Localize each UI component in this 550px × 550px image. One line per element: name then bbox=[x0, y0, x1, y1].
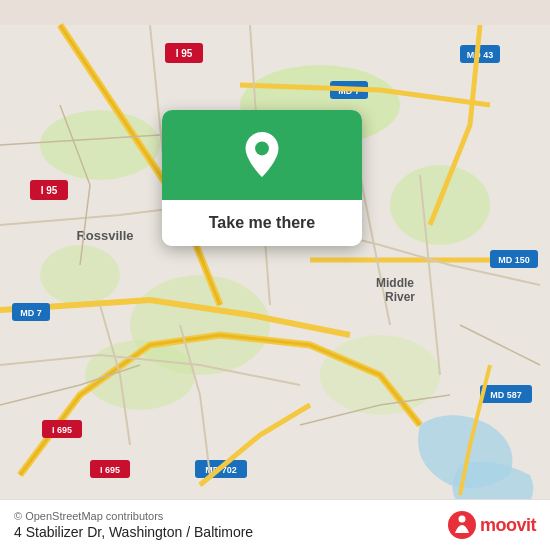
svg-text:I 95: I 95 bbox=[41, 185, 58, 196]
svg-text:I 695: I 695 bbox=[52, 425, 72, 435]
svg-point-31 bbox=[255, 142, 269, 156]
svg-text:MD 587: MD 587 bbox=[490, 390, 522, 400]
svg-point-33 bbox=[458, 516, 465, 523]
moovit-text: moovit bbox=[480, 515, 536, 536]
svg-text:I 95: I 95 bbox=[176, 48, 193, 59]
bottom-info: © OpenStreetMap contributors 4 Stabilize… bbox=[14, 510, 253, 540]
bottom-bar: © OpenStreetMap contributors 4 Stabilize… bbox=[0, 499, 550, 550]
copyright-text: © OpenStreetMap contributors bbox=[14, 510, 253, 522]
moovit-icon bbox=[448, 511, 476, 539]
svg-point-5 bbox=[40, 245, 120, 305]
svg-text:Middle: Middle bbox=[376, 276, 414, 290]
map-container: I 95 I 95 MD 7 MD 7 MD 43 MD 150 I 695 I… bbox=[0, 0, 550, 550]
take-me-there-button[interactable]: Take me there bbox=[162, 200, 362, 246]
popup-card: Take me there bbox=[162, 110, 362, 246]
svg-text:River: River bbox=[385, 290, 415, 304]
svg-text:I 695: I 695 bbox=[100, 465, 120, 475]
svg-text:MD 7: MD 7 bbox=[20, 308, 42, 318]
svg-text:MD 43: MD 43 bbox=[467, 50, 494, 60]
popup-header bbox=[162, 110, 362, 200]
svg-text:MD 150: MD 150 bbox=[498, 255, 530, 265]
location-pin-icon bbox=[236, 132, 288, 184]
map-background: I 95 I 95 MD 7 MD 7 MD 43 MD 150 I 695 I… bbox=[0, 0, 550, 550]
address-text: 4 Stabilizer Dr, Washington / Baltimore bbox=[14, 524, 253, 540]
moovit-logo: moovit bbox=[448, 511, 536, 539]
